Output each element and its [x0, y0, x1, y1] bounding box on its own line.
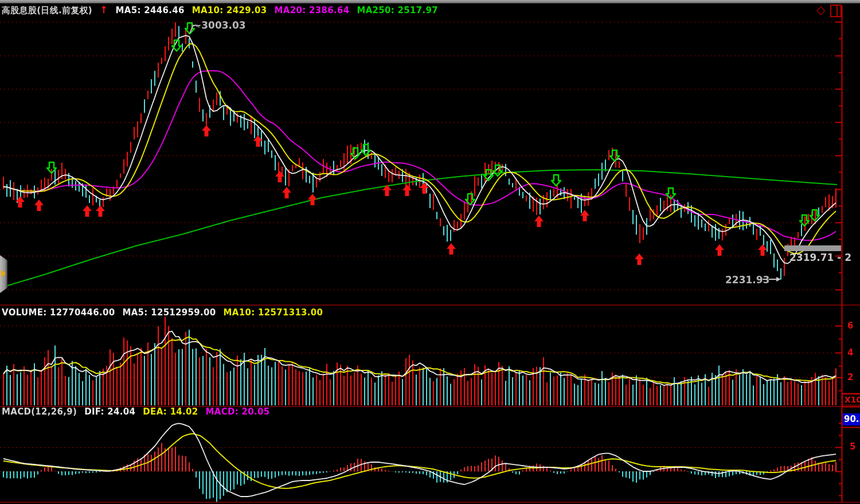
volume-header: VOLUME: 12770446.00 MA5: 12512959.00 MA1…	[2, 307, 323, 318]
trading-app-window: 高股息股(日线.前复权) ↑ MA5: 2446.46 MA10: 2429.0…	[0, 0, 860, 504]
ma10-value: MA10: 2429.03	[192, 5, 267, 15]
volume-ma5-value: MA5: 12512959.00	[122, 307, 216, 318]
macd-highlight-value: 90.5	[843, 413, 860, 425]
volume-axis-label-2: 2	[847, 372, 853, 382]
ma5-value: MA5: 2446.46	[116, 5, 185, 15]
measure-range-label: 2319.71 - 2	[789, 252, 851, 263]
volume-axis-label-6: 6	[847, 321, 853, 331]
up-arrow-icon: ↑	[100, 6, 108, 14]
window-icon[interactable]	[830, 5, 842, 17]
low-price-label: 2231.93	[725, 274, 769, 286]
expand-arrow-icon	[1, 269, 6, 278]
diamond-icon[interactable]: ◇	[816, 4, 825, 15]
peak-price-label: ~3003.03	[193, 19, 246, 31]
macd-axis-label-50: 5	[850, 442, 855, 452]
ma20-value: MA20: 2386.64	[275, 5, 350, 15]
ma250-value: MA250: 2517.97	[357, 5, 438, 15]
volume-unit-badge[interactable]: X10	[842, 394, 860, 405]
macd-title: MACD(12,26,9)	[2, 407, 77, 417]
main-chart-header: 高股息股(日线.前复权) ↑ MA5: 2446.46 MA10: 2429.0…	[2, 5, 438, 16]
volume-value: VOLUME: 12770446.00	[2, 307, 115, 318]
window-top-edge	[0, 0, 860, 3]
stock-chart-canvas[interactable]	[0, 0, 860, 504]
stock-title: 高股息股(日线.前复权)	[2, 5, 92, 16]
dea-value: DEA: 14.02	[143, 407, 198, 417]
macd-header: MACD(12,26,9) DIF: 24.04 DEA: 14.02 MACD…	[2, 407, 270, 417]
macd-value: MACD: 20.05	[206, 407, 270, 417]
volume-ma10-value: MA10: 12571313.00	[224, 307, 323, 318]
volume-axis-label-4: 4	[847, 347, 853, 358]
dif-value: DIF: 24.04	[84, 407, 135, 417]
